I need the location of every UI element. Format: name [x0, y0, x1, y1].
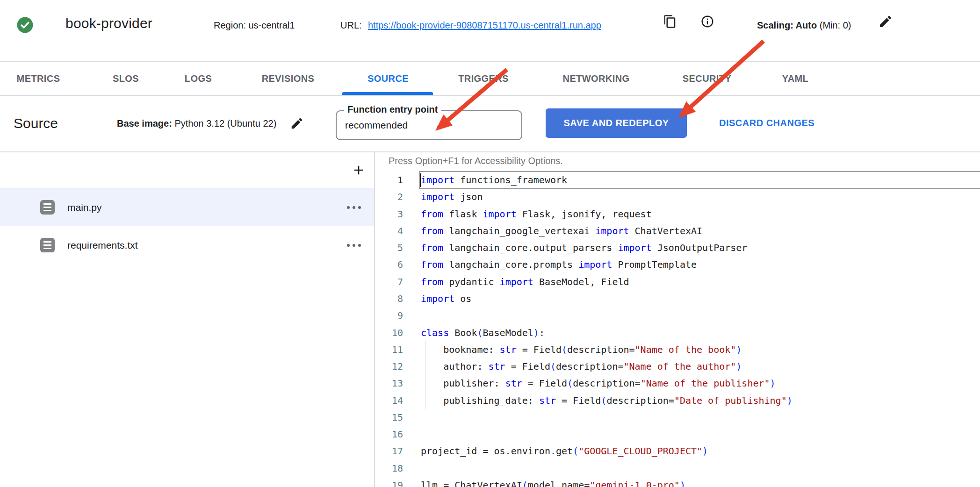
tab-slos[interactable]: SLOS	[113, 62, 139, 95]
line-text: from langchain_core.prompts import Promp…	[421, 259, 697, 270]
line-number[interactable]: 9	[375, 310, 403, 321]
line-text: from flask import Flask, jsonify, reques…	[421, 208, 652, 220]
scaling-label: Scaling: Auto (Min: 0)	[757, 20, 851, 31]
tab-triggers[interactable]: TRIGGERS	[458, 62, 509, 95]
scaling-value: Scaling: Auto	[757, 20, 817, 30]
line-number[interactable]: 12	[375, 361, 403, 372]
tab-metrics[interactable]: METRICS	[17, 62, 60, 95]
tab-security[interactable]: SECURITY	[683, 62, 731, 95]
line-text: author: str = Field(description="Name of…	[421, 361, 742, 372]
line-number[interactable]: 15	[375, 412, 403, 423]
file-name: main.py	[67, 202, 102, 213]
copy-icon[interactable]	[663, 14, 677, 29]
line-text: from langchain_core.output_parsers impor…	[421, 242, 747, 253]
code-line-8[interactable]: 8import os	[375, 290, 980, 307]
line-text: publisher: str = Field(description="Name…	[421, 378, 776, 389]
line-number[interactable]: 4	[375, 225, 403, 236]
check-circle-icon	[16, 16, 34, 36]
code-line-15[interactable]: 15	[375, 409, 980, 426]
more-horiz-icon[interactable]	[347, 206, 361, 209]
line-number[interactable]: 3	[375, 208, 403, 220]
code-line-14[interactable]: 14 publishing_date: str = Field(descript…	[375, 392, 980, 408]
line-number[interactable]: 16	[375, 429, 403, 440]
text-cursor	[420, 173, 421, 187]
url-label: URL:	[340, 20, 362, 31]
code-line-11[interactable]: 11 bookname: str = Field(description="Na…	[375, 341, 980, 358]
line-text: import os	[421, 293, 471, 304]
line-text: publishing_date: str = Field(description…	[421, 395, 793, 406]
line-number[interactable]: 8	[375, 293, 403, 304]
line-number[interactable]: 1	[375, 174, 403, 186]
line-number[interactable]: 2	[375, 191, 403, 202]
save-and-redeploy-button[interactable]: SAVE AND REDEPLOY	[546, 108, 687, 138]
code-line-12[interactable]: 12 author: str = Field(description="Name…	[375, 358, 980, 375]
line-number[interactable]: 6	[375, 259, 403, 270]
line-number[interactable]: 18	[375, 463, 403, 474]
code-line-19[interactable]: 19llm = ChatVertexAI(model_name="gemini-…	[375, 477, 980, 487]
line-number[interactable]: 7	[375, 276, 403, 287]
line-text: import json	[421, 191, 483, 202]
section-title: Source	[14, 115, 58, 131]
code-line-4[interactable]: 4from langchain_google_vertexai import C…	[375, 222, 980, 239]
function-entry-point-value[interactable]: recommended	[345, 111, 408, 139]
file-panel: main.pyrequirements.txt	[0, 152, 374, 487]
service-header: book-provider Region: us-central1 URL: h…	[0, 0, 980, 61]
code-editor[interactable]: Press Option+F1 for Accessibility Option…	[375, 152, 980, 487]
code-line-2[interactable]: 2import json	[375, 188, 980, 205]
code-line-17[interactable]: 17project_id = os.environ.get("GOOGLE_CL…	[375, 443, 980, 459]
more-horiz-icon[interactable]	[347, 244, 361, 247]
document-icon	[40, 238, 55, 252]
line-number[interactable]: 11	[375, 344, 403, 355]
tab-bar: METRICSSLOSLOGSREVISIONSSOURCETRIGGERSNE…	[0, 62, 980, 95]
discard-changes-button[interactable]: DISCARD CHANGES	[719, 108, 814, 138]
line-number[interactable]: 13	[375, 378, 403, 389]
scaling-min: (Min: 0)	[820, 20, 851, 30]
region-label: Region: us-central1	[214, 20, 295, 31]
tab-revisions[interactable]: REVISIONS	[262, 62, 315, 95]
line-text: from pydantic import BaseModel, Field	[421, 276, 629, 287]
accessibility-message: Press Option+F1 for Accessibility Option…	[389, 156, 563, 166]
line-number[interactable]: 14	[375, 395, 403, 406]
code-area[interactable]: 1import functions_framework2import json3…	[375, 172, 980, 487]
code-line-1[interactable]: 1import functions_framework	[375, 172, 980, 188]
source-toolbar: Source Base image: Python 3.12 (Ubuntu 2…	[0, 96, 980, 151]
code-line-9[interactable]: 9	[375, 307, 980, 324]
line-number[interactable]: 5	[375, 242, 403, 253]
line-number[interactable]: 10	[375, 327, 403, 338]
code-line-3[interactable]: 3from flask import Flask, jsonify, reque…	[375, 206, 980, 222]
info-icon[interactable]	[700, 14, 714, 29]
file-list: main.pyrequirements.txt	[0, 188, 374, 264]
tab-networking[interactable]: NETWORKING	[563, 62, 630, 95]
page-title: book-provider	[65, 15, 152, 31]
line-text: class Book(BaseModel):	[421, 327, 545, 338]
line-number[interactable]: 19	[375, 480, 403, 487]
service-url-link[interactable]: https://book-provider-908087151170.us-ce…	[368, 20, 601, 31]
line-text: bookname: str = Field(description="Name …	[421, 344, 742, 355]
line-text: import functions_framework	[421, 174, 567, 186]
code-line-10[interactable]: 10class Book(BaseModel):	[375, 324, 980, 341]
file-row-requirements.txt[interactable]: requirements.txt	[0, 226, 374, 264]
line-text: llm = ChatVertexAI(model_name="gemini-1.…	[421, 480, 685, 487]
document-icon	[40, 200, 55, 215]
edit-base-image-icon[interactable]	[290, 116, 304, 130]
code-line-18[interactable]: 18	[375, 460, 980, 477]
base-image-label: Base image: Python 3.12 (Ubuntu 22)	[117, 118, 276, 129]
add-file-icon[interactable]	[351, 163, 366, 178]
file-row-main.py[interactable]: main.py	[0, 188, 374, 226]
line-number[interactable]: 17	[375, 445, 403, 457]
tab-logs[interactable]: LOGS	[185, 62, 212, 95]
code-line-16[interactable]: 16	[375, 426, 980, 443]
tab-source[interactable]: SOURCE	[368, 62, 409, 95]
function-entry-point-field[interactable]: Function entry point recommended	[336, 110, 522, 140]
line-text: from langchain_google_vertexai import Ch…	[421, 225, 702, 236]
edit-scaling-icon[interactable]	[878, 14, 892, 28]
code-line-7[interactable]: 7from pydantic import BaseModel, Field	[375, 273, 980, 290]
line-text: project_id = os.environ.get("GOOGLE_CLOU…	[421, 445, 708, 457]
tab-yaml[interactable]: YAML	[782, 62, 808, 95]
code-line-13[interactable]: 13 publisher: str = Field(description="N…	[375, 375, 980, 392]
file-name: requirements.txt	[67, 240, 138, 251]
code-line-6[interactable]: 6from langchain_core.prompts import Prom…	[375, 256, 980, 273]
code-line-5[interactable]: 5from langchain_core.output_parsers impo…	[375, 239, 980, 256]
